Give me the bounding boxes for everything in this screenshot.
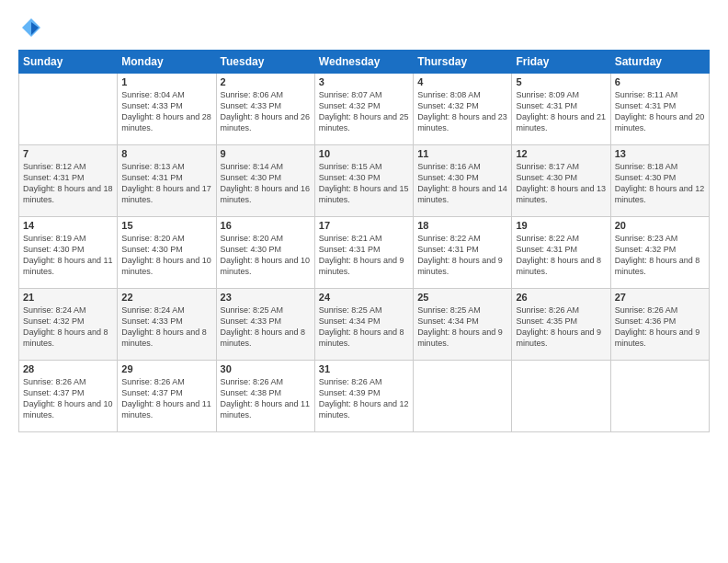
cell-info: Sunrise: 8:04 AMSunset: 4:33 PMDaylight:… (121, 89, 211, 134)
calendar-cell (610, 361, 709, 432)
day-number: 18 (417, 220, 507, 231)
day-number: 25 (417, 292, 507, 303)
weekday-header: Friday (512, 51, 610, 74)
day-number: 15 (121, 220, 211, 231)
calendar-body: 1Sunrise: 8:04 AMSunset: 4:33 PMDaylight… (19, 74, 710, 432)
calendar-cell: 30Sunrise: 8:26 AMSunset: 4:38 PMDayligh… (216, 361, 314, 432)
day-number: 21 (23, 292, 113, 303)
day-number: 31 (319, 363, 409, 374)
day-number: 3 (319, 76, 409, 87)
day-number: 30 (221, 363, 311, 374)
weekday-header: Sunday (19, 51, 118, 74)
day-number: 2 (221, 76, 311, 87)
day-number: 1 (121, 76, 211, 87)
cell-info: Sunrise: 8:21 AMSunset: 4:31 PMDaylight:… (319, 233, 409, 278)
cell-info: Sunrise: 8:12 AMSunset: 4:31 PMDaylight:… (23, 161, 113, 206)
calendar-cell: 25Sunrise: 8:25 AMSunset: 4:34 PMDayligh… (414, 289, 512, 361)
calendar-week-row: 7Sunrise: 8:12 AMSunset: 4:31 PMDaylight… (19, 145, 710, 217)
calendar-week-row: 1Sunrise: 8:04 AMSunset: 4:33 PMDaylight… (19, 74, 710, 145)
day-number: 9 (221, 148, 311, 159)
cell-info: Sunrise: 8:26 AMSunset: 4:39 PMDaylight:… (319, 376, 409, 421)
cell-info: Sunrise: 8:25 AMSunset: 4:33 PMDaylight:… (221, 304, 311, 350)
day-number: 14 (23, 220, 113, 231)
day-number: 22 (121, 292, 211, 303)
calendar-cell: 29Sunrise: 8:26 AMSunset: 4:37 PMDayligh… (118, 361, 216, 432)
day-number: 19 (516, 220, 606, 231)
calendar-cell: 11Sunrise: 8:16 AMSunset: 4:30 PMDayligh… (414, 145, 512, 217)
day-number: 29 (121, 363, 211, 374)
cell-info: Sunrise: 8:25 AMSunset: 4:34 PMDaylight:… (417, 304, 507, 350)
cell-info: Sunrise: 8:20 AMSunset: 4:30 PMDaylight:… (221, 233, 311, 278)
cell-info: Sunrise: 8:08 AMSunset: 4:32 PMDaylight:… (417, 89, 507, 134)
cell-info: Sunrise: 8:16 AMSunset: 4:30 PMDaylight:… (417, 161, 507, 206)
calendar-cell: 23Sunrise: 8:25 AMSunset: 4:33 PMDayligh… (216, 289, 314, 361)
page: SundayMondayTuesdayWednesdayThursdayFrid… (0, 0, 728, 563)
cell-info: Sunrise: 8:26 AMSunset: 4:36 PMDaylight:… (615, 304, 705, 350)
calendar-week-row: 21Sunrise: 8:24 AMSunset: 4:32 PMDayligh… (19, 289, 710, 361)
calendar-cell: 13Sunrise: 8:18 AMSunset: 4:30 PMDayligh… (610, 145, 709, 217)
cell-info: Sunrise: 8:20 AMSunset: 4:30 PMDaylight:… (121, 233, 211, 278)
cell-info: Sunrise: 8:22 AMSunset: 4:31 PMDaylight:… (516, 233, 606, 278)
calendar-cell: 9Sunrise: 8:14 AMSunset: 4:30 PMDaylight… (216, 145, 314, 217)
calendar-cell: 2Sunrise: 8:06 AMSunset: 4:33 PMDaylight… (216, 74, 314, 145)
cell-info: Sunrise: 8:23 AMSunset: 4:32 PMDaylight:… (615, 233, 705, 278)
cell-info: Sunrise: 8:24 AMSunset: 4:32 PMDaylight:… (23, 304, 113, 350)
weekday-header: Tuesday (216, 51, 314, 74)
day-number: 27 (615, 292, 705, 303)
logo-icon (18, 15, 44, 40)
calendar-cell: 6Sunrise: 8:11 AMSunset: 4:31 PMDaylight… (610, 74, 709, 145)
day-number: 11 (417, 148, 507, 159)
day-number: 13 (615, 148, 705, 159)
cell-info: Sunrise: 8:15 AMSunset: 4:30 PMDaylight:… (319, 161, 409, 206)
day-number: 26 (516, 292, 606, 303)
day-number: 12 (516, 148, 606, 159)
day-number: 4 (417, 76, 507, 87)
calendar-cell: 15Sunrise: 8:20 AMSunset: 4:30 PMDayligh… (118, 217, 216, 289)
day-number: 7 (23, 148, 113, 159)
weekday-header: Monday (118, 51, 216, 74)
logo (18, 15, 48, 40)
cell-info: Sunrise: 8:26 AMSunset: 4:37 PMDaylight:… (121, 376, 211, 421)
calendar-cell: 20Sunrise: 8:23 AMSunset: 4:32 PMDayligh… (610, 217, 709, 289)
cell-info: Sunrise: 8:25 AMSunset: 4:34 PMDaylight:… (319, 304, 409, 350)
calendar-cell: 17Sunrise: 8:21 AMSunset: 4:31 PMDayligh… (314, 217, 413, 289)
calendar-cell: 12Sunrise: 8:17 AMSunset: 4:30 PMDayligh… (512, 145, 610, 217)
day-number: 8 (121, 148, 211, 159)
calendar-cell: 24Sunrise: 8:25 AMSunset: 4:34 PMDayligh… (314, 289, 413, 361)
header (18, 15, 710, 40)
cell-info: Sunrise: 8:24 AMSunset: 4:33 PMDaylight:… (121, 304, 211, 350)
calendar-cell: 16Sunrise: 8:20 AMSunset: 4:30 PMDayligh… (216, 217, 314, 289)
day-number: 16 (221, 220, 311, 231)
calendar-cell: 7Sunrise: 8:12 AMSunset: 4:31 PMDaylight… (19, 145, 118, 217)
cell-info: Sunrise: 8:11 AMSunset: 4:31 PMDaylight:… (615, 89, 705, 134)
weekday-header: Thursday (414, 51, 512, 74)
cell-info: Sunrise: 8:22 AMSunset: 4:31 PMDaylight:… (417, 233, 507, 278)
calendar-cell: 21Sunrise: 8:24 AMSunset: 4:32 PMDayligh… (19, 289, 118, 361)
day-number: 17 (319, 220, 409, 231)
calendar-cell: 22Sunrise: 8:24 AMSunset: 4:33 PMDayligh… (118, 289, 216, 361)
cell-info: Sunrise: 8:18 AMSunset: 4:30 PMDaylight:… (615, 161, 705, 206)
calendar-cell: 31Sunrise: 8:26 AMSunset: 4:39 PMDayligh… (314, 361, 413, 432)
day-number: 23 (221, 292, 311, 303)
calendar-cell: 27Sunrise: 8:26 AMSunset: 4:36 PMDayligh… (610, 289, 709, 361)
calendar-header-row: SundayMondayTuesdayWednesdayThursdayFrid… (19, 51, 710, 74)
cell-info: Sunrise: 8:17 AMSunset: 4:30 PMDaylight:… (516, 161, 606, 206)
calendar-cell (19, 74, 118, 145)
weekday-header: Wednesday (314, 51, 413, 74)
cell-info: Sunrise: 8:06 AMSunset: 4:33 PMDaylight:… (221, 89, 311, 134)
day-number: 10 (319, 148, 409, 159)
calendar-cell: 4Sunrise: 8:08 AMSunset: 4:32 PMDaylight… (414, 74, 512, 145)
calendar-cell: 5Sunrise: 8:09 AMSunset: 4:31 PMDaylight… (512, 74, 610, 145)
calendar-week-row: 28Sunrise: 8:26 AMSunset: 4:37 PMDayligh… (19, 361, 710, 432)
calendar-cell: 28Sunrise: 8:26 AMSunset: 4:37 PMDayligh… (19, 361, 118, 432)
cell-info: Sunrise: 8:09 AMSunset: 4:31 PMDaylight:… (516, 89, 606, 134)
cell-info: Sunrise: 8:07 AMSunset: 4:32 PMDaylight:… (319, 89, 409, 134)
day-number: 6 (615, 76, 705, 87)
calendar-cell: 26Sunrise: 8:26 AMSunset: 4:35 PMDayligh… (512, 289, 610, 361)
cell-info: Sunrise: 8:19 AMSunset: 4:30 PMDaylight:… (23, 233, 113, 278)
calendar-cell: 18Sunrise: 8:22 AMSunset: 4:31 PMDayligh… (414, 217, 512, 289)
calendar-cell: 8Sunrise: 8:13 AMSunset: 4:31 PMDaylight… (118, 145, 216, 217)
weekday-header: Saturday (610, 51, 709, 74)
cell-info: Sunrise: 8:26 AMSunset: 4:37 PMDaylight:… (23, 376, 113, 421)
calendar-cell: 14Sunrise: 8:19 AMSunset: 4:30 PMDayligh… (19, 217, 118, 289)
